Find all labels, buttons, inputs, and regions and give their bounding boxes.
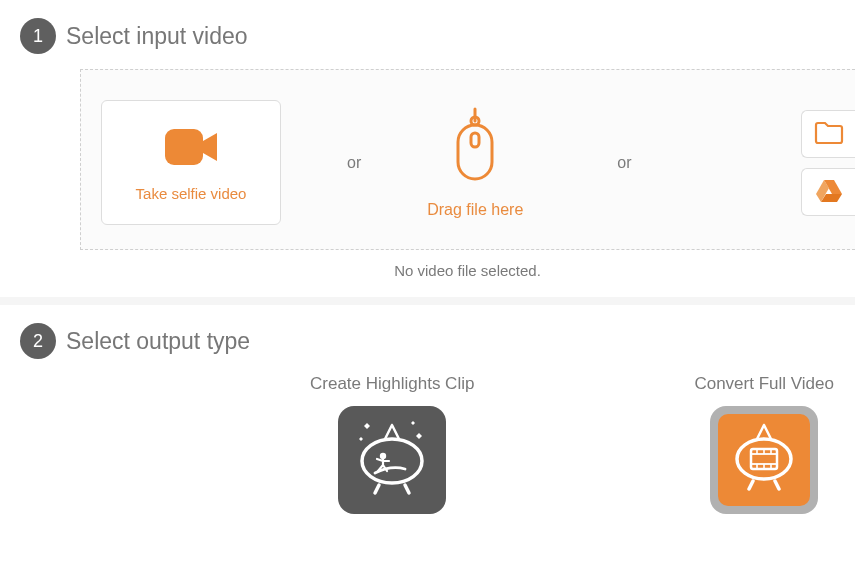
section-title-output: Select output type <box>66 328 250 355</box>
right-button-group <box>801 110 855 216</box>
svg-point-6 <box>737 439 791 479</box>
convert-tile-inner <box>718 414 810 506</box>
create-highlights-button[interactable] <box>338 406 446 514</box>
step-badge-2: 2 <box>20 323 56 359</box>
section-output-type: 2 Select output type Create Highlights C… <box>0 305 855 514</box>
output-label-highlights: Create Highlights Clip <box>310 374 474 394</box>
google-drive-button[interactable] <box>801 168 855 216</box>
svg-rect-0 <box>165 129 203 165</box>
section-divider <box>0 297 855 305</box>
svg-point-4 <box>362 439 422 483</box>
or-text-1: or <box>281 154 427 172</box>
section-header-2: 2 Select output type <box>20 323 855 359</box>
output-option-convert: Convert Full Video <box>694 374 834 514</box>
camera-icon <box>159 123 223 175</box>
or-text-2: or <box>523 154 677 172</box>
output-label-convert: Convert Full Video <box>694 374 834 394</box>
take-selfie-button[interactable]: Take selfie video <box>101 100 281 225</box>
status-text: No video file selected. <box>80 262 855 279</box>
output-options: Create Highlights Clip <box>310 374 855 514</box>
section-header: 1 Select input video <box>20 18 855 54</box>
mouse-icon <box>450 107 500 189</box>
convert-full-video-button[interactable] <box>710 406 818 514</box>
highlights-tv-icon <box>349 415 435 505</box>
drag-file-area[interactable]: Drag file here <box>427 107 523 219</box>
input-panel: Take selfie video or Drag file here or <box>80 69 855 250</box>
section-title-input: Select input video <box>66 23 248 50</box>
svg-rect-3 <box>471 133 479 147</box>
folder-icon <box>814 119 844 149</box>
section-input-video: 1 Select input video Take selfie video o… <box>0 0 855 279</box>
film-tv-icon <box>725 419 803 501</box>
take-selfie-label: Take selfie video <box>136 185 247 202</box>
browse-folder-button[interactable] <box>801 110 855 158</box>
step-badge-1: 1 <box>20 18 56 54</box>
drag-file-label: Drag file here <box>427 201 523 219</box>
output-option-highlights: Create Highlights Clip <box>310 374 474 514</box>
google-drive-icon <box>815 178 843 206</box>
